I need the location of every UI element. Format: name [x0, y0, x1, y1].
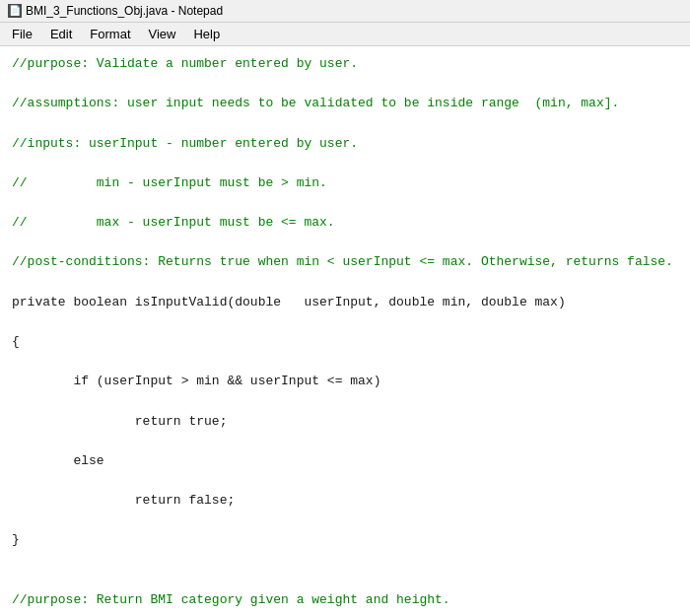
code-line: //inputs: userInput - number entered by … [12, 134, 678, 154]
code-line: if (userInput > min && userInput <= max) [12, 372, 678, 391]
menu-file[interactable]: File [4, 25, 40, 43]
code-line: } [12, 530, 678, 550]
notepad-window: 📄 BMI_3_Functions_Obj.java - Notepad Fil… [0, 0, 690, 616]
code-line: // min - userInput must be > min. [12, 173, 678, 193]
menu-help[interactable]: Help [185, 25, 228, 43]
code-line: else [12, 451, 678, 471]
code-line: { [12, 332, 678, 352]
code-editor[interactable]: //purpose: Validate a number entered by … [0, 46, 690, 616]
code-line: //post-conditions: Returns true when min… [12, 252, 678, 272]
code-line: return false; [12, 491, 678, 511]
menu-edit[interactable]: Edit [42, 25, 80, 43]
app-icon: 📄 [8, 4, 22, 18]
menu-bar: File Edit Format View Help [0, 23, 690, 46]
code-line: return true; [12, 412, 678, 432]
title-bar: 📄 BMI_3_Functions_Obj.java - Notepad [0, 0, 690, 23]
window-title: BMI_3_Functions_Obj.java - Notepad [26, 4, 223, 18]
menu-view[interactable]: View [141, 25, 184, 43]
code-line: private boolean isInputValid(double user… [12, 293, 678, 312]
code-line: //purpose: Return BMI category given a w… [12, 590, 678, 610]
menu-format[interactable]: Format [82, 25, 138, 43]
code-line: // max - userInput must be <= max. [12, 213, 678, 233]
code-line: //purpose: Validate a number entered by … [12, 54, 678, 74]
code-line: //assumptions: user input needs to be va… [12, 94, 678, 113]
